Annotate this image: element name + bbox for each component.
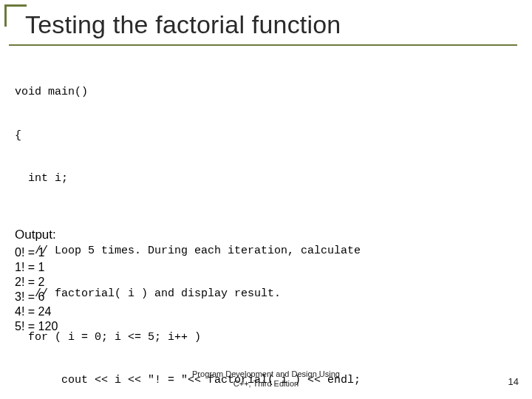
- code-line: {: [15, 129, 517, 143]
- code-line: int i;: [15, 171, 517, 186]
- output-line: 5! = 120: [15, 319, 58, 334]
- output-line: 3! = 6: [15, 290, 58, 304]
- output-line: 4! = 24: [15, 304, 58, 319]
- page-number: 14: [508, 376, 519, 387]
- output-label: Output:: [15, 228, 56, 242]
- footer-line: C++, Third Edition: [0, 379, 532, 389]
- corner-ornament: [4, 4, 27, 27]
- output-block: 0! = 1 1! = 1 2! = 2 3! = 6 4! = 24 5! =…: [15, 245, 58, 334]
- output-line: 1! = 1: [15, 260, 58, 275]
- output-line: 2! = 2: [15, 275, 58, 290]
- slide: Testing the factorial function void main…: [0, 0, 532, 399]
- footer-line: Program Development and Design Using: [0, 369, 532, 379]
- code-line: // Loop 5 times. During each iteration, …: [15, 244, 517, 259]
- output-line: 0! = 1: [15, 245, 58, 260]
- slide-title: Testing the factorial function: [25, 10, 341, 39]
- code-block: void main() { int i; // Loop 5 times. Du…: [15, 56, 517, 399]
- code-line: for ( i = 0; i <= 5; i++ ): [15, 330, 517, 345]
- footer: Program Development and Design Using C++…: [0, 369, 532, 389]
- code-line: // factorial( i ) and display result.: [15, 287, 517, 301]
- code-line: void main(): [15, 85, 517, 100]
- title-underline: [9, 44, 517, 46]
